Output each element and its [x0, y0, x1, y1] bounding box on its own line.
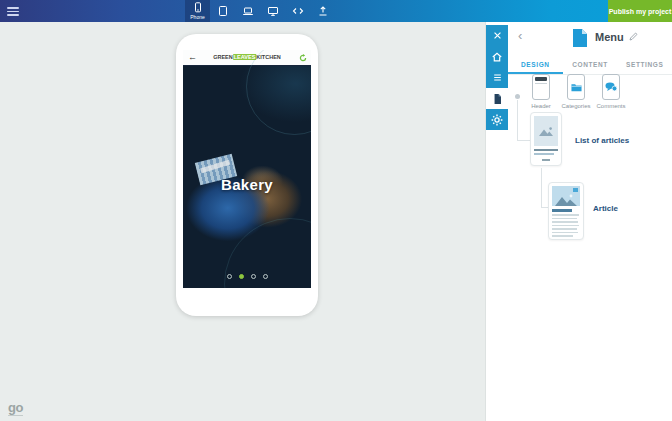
page-icon[interactable]	[486, 88, 508, 109]
top-bar: Phone	[0, 0, 672, 22]
panel-tabs: DESIGN CONTENT SETTINGS	[508, 54, 672, 75]
device-upload-button[interactable]	[310, 0, 335, 22]
device-code-button[interactable]	[285, 0, 310, 22]
phone-icon	[192, 2, 204, 14]
component-categories-label: Categories	[562, 103, 591, 109]
code-icon	[292, 5, 304, 17]
tab-content[interactable]: CONTENT	[563, 54, 618, 74]
image-placeholder	[534, 116, 558, 146]
header-widget-icon	[532, 74, 550, 100]
device-laptop-button[interactable]	[235, 0, 260, 22]
device-phone-button[interactable]: Phone	[185, 0, 210, 22]
brand-part-leaves: LEAVES	[233, 54, 257, 60]
component-row: Header Categories Comments	[528, 74, 624, 109]
tree-connector	[517, 140, 530, 141]
pagination-dot-active[interactable]	[239, 274, 244, 279]
component-header[interactable]: Header	[528, 74, 554, 109]
device-tablet-button[interactable]	[210, 0, 235, 22]
home-icon[interactable]	[486, 46, 508, 67]
slide-photo-bakery[interactable]: Bakery	[183, 66, 311, 288]
gear-icon[interactable]	[486, 109, 508, 130]
tab-settings[interactable]: SETTINGS	[617, 54, 672, 74]
edit-pencil-icon[interactable]	[629, 32, 638, 41]
component-header-label: Header	[531, 103, 551, 109]
goodbarber-logo: go	[8, 402, 23, 416]
tree-item-list-of-articles[interactable]	[530, 112, 562, 166]
categories-widget-icon	[567, 74, 585, 100]
tree-label-article[interactable]: Article	[593, 204, 618, 213]
pagination-dot[interactable]	[227, 274, 232, 279]
tree-connector	[541, 207, 548, 208]
phone-screen[interactable]: ← GREENLEAVESKITCHEN Bakery	[183, 50, 311, 288]
preview-canvas: ← GREENLEAVESKITCHEN Bakery	[0, 22, 486, 421]
panel-title: Menu	[595, 31, 624, 43]
comments-widget-icon	[602, 74, 620, 100]
component-categories[interactable]: Categories	[563, 74, 589, 109]
hamburger-icon[interactable]	[7, 7, 19, 18]
pagination-dots	[183, 274, 311, 279]
tree-item-article[interactable]	[548, 182, 584, 240]
section-toolbar	[486, 25, 508, 130]
component-comments-label: Comments	[597, 103, 626, 109]
tree-connector	[517, 100, 518, 140]
close-icon[interactable]	[486, 25, 508, 46]
settings-panel: ‹ Menu DESIGN CONTENT SETTINGS Header	[486, 22, 672, 421]
tab-design[interactable]: DESIGN	[508, 54, 563, 74]
laptop-icon	[242, 5, 254, 17]
chevron-left-icon[interactable]: ‹	[518, 29, 522, 42]
section-page-icon	[572, 29, 588, 47]
tree-node-dot	[515, 94, 520, 99]
image-placeholder	[552, 186, 580, 206]
brand-part-green: GREEN	[213, 54, 233, 60]
device-desktop-button[interactable]	[260, 0, 285, 22]
publish-project-button[interactable]: Publish my project	[608, 0, 672, 22]
component-comments[interactable]: Comments	[598, 74, 624, 109]
upload-icon	[317, 5, 329, 17]
tree-label-list-of-articles[interactable]: List of articles	[575, 136, 629, 145]
pagination-dot[interactable]	[251, 274, 256, 279]
pagination-dot[interactable]	[263, 274, 268, 279]
slide-title: Bakery	[183, 176, 311, 193]
device-phone-label: Phone	[190, 15, 204, 20]
list-icon[interactable]	[486, 67, 508, 88]
device-switcher: Phone	[185, 0, 335, 22]
photo-decor	[246, 50, 311, 135]
tree-connector	[541, 168, 542, 208]
phone-mockup: ← GREENLEAVESKITCHEN Bakery	[176, 34, 318, 316]
tablet-icon	[217, 5, 229, 17]
desktop-icon	[267, 5, 279, 17]
